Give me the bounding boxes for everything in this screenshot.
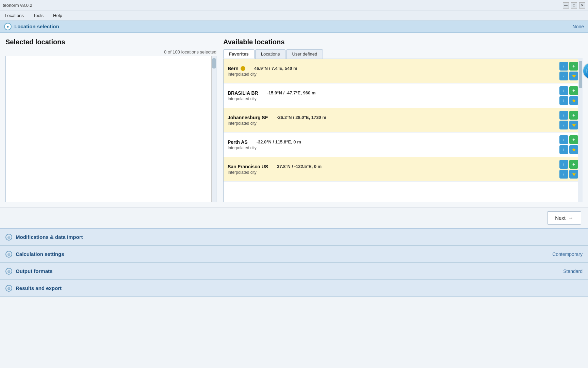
svg-text:i: i	[564, 138, 565, 142]
location-actions: i+i★	[559, 86, 578, 105]
location-row[interactable]: BRASILIA BR-15.9°N / -47.7°E, 960 mInter…	[224, 83, 582, 108]
location-favorite-button[interactable]: ★	[569, 72, 578, 80]
location-name: San Francisco US	[228, 164, 268, 169]
location-name-row: Johannesburg SF-26.2°N / 28.0°E, 1730 m	[228, 115, 559, 120]
location-coords: -26.2°N / 28.0°E, 1730 m	[277, 115, 326, 120]
section-results-title: Results and export	[16, 285, 62, 291]
selection-count: 0 of 100 locations selected	[5, 49, 216, 55]
next-label: Next	[555, 215, 566, 221]
location-details-button[interactable]: i	[559, 96, 568, 105]
location-favorite-button[interactable]: ★	[569, 145, 578, 154]
locations-wrapper: Bern46.9°N / 7.4°E, 540 mInterpolated ci…	[223, 59, 583, 202]
location-add-button[interactable]: +	[569, 86, 578, 95]
location-info-button[interactable]: i	[559, 160, 568, 169]
section-output-value: Standard	[563, 269, 583, 274]
location-name-row: Bern46.9°N / 7.4°E, 540 m	[228, 66, 559, 71]
locations-list: Bern46.9°N / 7.4°E, 540 mInterpolated ci…	[223, 59, 583, 202]
location-type: Interpolated city	[228, 96, 559, 101]
location-info-button[interactable]: i	[559, 111, 568, 120]
next-button[interactable]: Next →	[547, 211, 581, 225]
location-details-button[interactable]: i	[559, 170, 568, 179]
location-info-button[interactable]: i	[559, 62, 568, 71]
close-button[interactable]: ✕	[579, 2, 585, 9]
location-favorite-button[interactable]: ★	[569, 121, 578, 129]
main-panels: Selected locations 0 of 100 locations se…	[0, 33, 588, 208]
section-results[interactable]: ◎ Results and export	[0, 280, 588, 297]
location-bar-status: None	[573, 24, 584, 29]
location-type: Interpolated city	[228, 72, 559, 77]
location-details-button[interactable]: i	[559, 121, 568, 129]
location-name-row: San Francisco US37.8°N / -122.5°E, 0 m	[228, 164, 559, 169]
selected-locations-title: Selected locations	[5, 38, 216, 46]
location-actions: i+i★	[559, 111, 578, 129]
left-scrollbar-thumb[interactable]	[212, 58, 216, 68]
svg-text:i: i	[564, 114, 565, 117]
location-name: BRASILIA BR	[228, 90, 258, 96]
location-coords: -15.9°N / -47.7°E, 960 m	[267, 90, 316, 95]
minimize-button[interactable]: —	[563, 2, 569, 9]
right-scrollbar-thumb[interactable]	[579, 61, 582, 88]
section-output[interactable]: ◎ Output formats Standard	[0, 263, 588, 280]
svg-text:i: i	[564, 89, 565, 93]
globe-button[interactable]	[583, 62, 588, 79]
location-info-button[interactable]: i	[559, 86, 568, 95]
location-add-button[interactable]: +	[569, 135, 578, 144]
svg-text:i: i	[564, 148, 565, 152]
location-coords: 46.9°N / 7.4°E, 540 m	[254, 66, 297, 71]
location-details-button[interactable]: i	[559, 145, 568, 154]
menu-locations[interactable]: Locations	[1, 12, 27, 19]
location-step-icon: ●	[4, 23, 12, 30]
location-favorite-button[interactable]: ★	[569, 96, 578, 105]
location-info: Johannesburg SF-26.2°N / 28.0°E, 1730 mI…	[228, 115, 559, 126]
svg-text:i: i	[564, 99, 565, 103]
location-add-button[interactable]: +	[569, 160, 578, 169]
window-controls: — □ ✕	[563, 2, 585, 9]
tab-user-defined[interactable]: User defined	[286, 49, 323, 59]
svg-text:i: i	[564, 124, 565, 127]
footer-bar: Next →	[0, 208, 588, 228]
right-panel: Available locations Favorites Locations …	[223, 38, 583, 202]
location-row[interactable]: Johannesburg SF-26.2°N / 28.0°E, 1730 mI…	[224, 108, 582, 133]
location-info: BRASILIA BR-15.9°N / -47.7°E, 960 mInter…	[228, 90, 559, 101]
section-calculation-value: Contemporary	[552, 251, 583, 257]
selected-locations-list	[5, 56, 216, 202]
location-row[interactable]: San Francisco US37.8°N / -122.5°E, 0 mIn…	[224, 157, 582, 182]
svg-text:i: i	[564, 163, 565, 166]
location-actions: i+i★	[559, 160, 578, 179]
menu-tools[interactable]: Tools	[30, 12, 47, 19]
location-name: Johannesburg SF	[228, 115, 268, 120]
available-locations-title: Available locations	[223, 38, 583, 46]
section-modifications-icon: ◎	[5, 234, 12, 241]
location-info: Perth AS-32.0°N / 115.8°E, 0 mInterpolat…	[228, 139, 559, 150]
location-type: Interpolated city	[228, 121, 559, 126]
svg-text:i: i	[564, 173, 565, 176]
location-favorite-button[interactable]: ★	[569, 170, 578, 179]
app-title: teonorm v8.0.2	[3, 3, 32, 8]
location-info-button[interactable]: i	[559, 135, 568, 144]
section-output-title: Output formats	[16, 268, 52, 274]
location-add-button[interactable]: +	[569, 111, 578, 120]
location-name-row: Perth AS-32.0°N / 115.8°E, 0 m	[228, 139, 559, 145]
section-calculation-title: Calculation settings	[16, 251, 64, 257]
maximize-button[interactable]: □	[571, 2, 577, 9]
location-add-button[interactable]: +	[569, 62, 578, 71]
svg-text:i: i	[564, 75, 565, 78]
tab-locations[interactable]: Locations	[255, 49, 286, 59]
right-scrollbar-track[interactable]	[578, 59, 583, 202]
section-calculation[interactable]: ◎ Calculation settings Contemporary	[0, 246, 588, 263]
menu-bar: Locations Tools Help	[0, 11, 588, 20]
location-row[interactable]: Bern46.9°N / 7.4°E, 540 mInterpolated ci…	[224, 59, 582, 83]
location-name: Bern	[228, 66, 239, 71]
tab-favorites[interactable]: Favorites	[223, 49, 255, 59]
location-name-row: BRASILIA BR-15.9°N / -47.7°E, 960 m	[228, 90, 559, 96]
left-scrollbar-track[interactable]	[211, 56, 216, 202]
location-type: Interpolated city	[228, 170, 559, 175]
location-details-button[interactable]: i	[559, 72, 568, 80]
section-modifications[interactable]: ◎ Modifications & data import	[0, 229, 588, 246]
location-row[interactable]: Perth AS-32.0°N / 115.8°E, 0 mInterpolat…	[224, 133, 582, 157]
location-bar-left: ● Location selection	[4, 23, 59, 30]
menu-help[interactable]: Help	[50, 12, 66, 19]
next-arrow: →	[568, 215, 573, 221]
section-results-icon: ◎	[5, 285, 12, 292]
location-actions: i+i★	[559, 62, 578, 80]
